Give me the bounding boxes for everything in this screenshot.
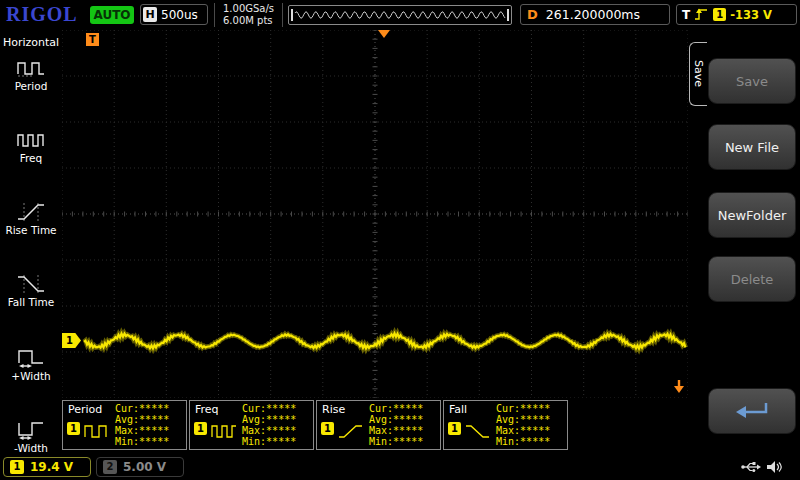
trigger-source-badge: 1	[713, 8, 726, 21]
period-icon	[16, 57, 46, 79]
left-measure-sidebar: Horizontal Period Freq Rise Time	[0, 30, 62, 455]
waveform-position-indicator[interactable]	[288, 5, 512, 25]
channel1-scale: 19.4 V	[30, 460, 73, 474]
fall-measure-icon	[465, 423, 491, 440]
memory-waveform-icon	[289, 6, 511, 24]
delay-box: D 261.200000ms	[520, 4, 670, 25]
channel-badge: 1	[321, 422, 334, 435]
sidebar-item-freq[interactable]: Freq	[0, 129, 62, 193]
sidebar-item-period[interactable]: Period	[0, 57, 62, 121]
channel2-badge: 2	[103, 460, 117, 474]
sample-rate: 1.00GSa/s	[223, 3, 274, 15]
freq-icon	[16, 129, 46, 151]
timebase-value: 500us	[161, 8, 198, 22]
rise-measure-icon	[338, 423, 364, 440]
channel-badge: 1	[194, 422, 207, 435]
delay-label: D	[527, 7, 538, 22]
horizontal-timebase-box: H 500us	[140, 4, 208, 25]
menu-tab-save: Save	[689, 42, 707, 106]
trigger-position-corner-marker: T	[86, 33, 99, 46]
sidebar-item-fall-time[interactable]: Fall Time	[0, 273, 62, 337]
measurement-values: Cur:***** Avg:***** Max:***** Min:*****	[496, 403, 550, 447]
trigger-label: T	[682, 8, 690, 22]
channel1-badge: 1	[10, 460, 24, 474]
measurement-values: Cur:***** Avg:***** Max:***** Min:*****	[242, 403, 296, 447]
measurement-panels: Period 1 Cur:***** Avg:***** Max:***** M…	[62, 400, 568, 450]
usb-icon	[740, 460, 762, 474]
channel-badge: 1	[67, 422, 80, 435]
freq-measure-icon	[211, 423, 237, 440]
memory-depth: 6.00M pts	[223, 15, 274, 27]
period-measure-icon	[84, 423, 110, 440]
oscilloscope-screen: RIGOL AUTO H 500us 1.00GSa/s 6.00M pts D…	[0, 0, 800, 480]
channel1-status[interactable]: 1 19.4 V	[3, 457, 91, 477]
rigol-logo: RIGOL	[6, 3, 78, 26]
measurement-values: Cur:***** Avg:***** Max:***** Min:*****	[115, 403, 169, 447]
delete-button[interactable]: Delete	[708, 256, 796, 302]
sidebar-title: Horizontal	[0, 30, 62, 49]
horizontal-label: H	[143, 7, 157, 22]
rise-time-icon	[16, 201, 46, 223]
channel2-status[interactable]: 2 5.00 V	[96, 457, 184, 477]
measurement-panel-freq: Freq 1 Cur:***** Avg:***** Max:***** Min…	[189, 400, 314, 450]
fall-time-icon	[16, 273, 46, 295]
trigger-level-value: -133 V	[730, 8, 772, 22]
bottom-status-bar: 1 19.4 V 2 5.00 V	[0, 455, 800, 480]
acquisition-info: 1.00GSa/s 6.00M pts	[214, 3, 283, 27]
sidebar-item-rise-time[interactable]: Rise Time	[0, 201, 62, 265]
measurement-panel-rise: Rise 1 Cur:***** Avg:***** Max:***** Min…	[316, 400, 441, 450]
measurement-panel-fall: Fall 1 Cur:***** Avg:***** Max:***** Min…	[443, 400, 568, 450]
save-button[interactable]: Save	[708, 58, 796, 104]
trigger-slope-icon	[694, 7, 709, 22]
measurement-values: Cur:***** Avg:***** Max:***** Min:*****	[369, 403, 423, 447]
run-status-badge: AUTO	[90, 6, 134, 24]
top-status-bar: RIGOL AUTO H 500us 1.00GSa/s 6.00M pts D…	[0, 0, 800, 30]
minus-width-icon	[16, 417, 46, 441]
trigger-position-marker	[378, 30, 390, 38]
plus-width-icon	[16, 345, 46, 369]
speaker-icon	[766, 460, 784, 474]
trigger-info-box: T 1 -133 V	[676, 4, 797, 25]
graticule-and-trace	[62, 30, 688, 398]
trigger-level-arrow-icon	[673, 379, 685, 393]
measurement-panel-period: Period 1 Cur:***** Avg:***** Max:***** M…	[62, 400, 187, 450]
right-soft-menu: Save Save New File NewFolder Delete	[688, 30, 800, 455]
new-file-button[interactable]: New File	[708, 124, 796, 170]
channel2-scale: 5.00 V	[123, 460, 166, 474]
return-arrow-icon	[732, 398, 772, 424]
delay-value: 261.200000ms	[546, 7, 640, 22]
waveform-display-area: T 1	[62, 30, 688, 398]
sidebar-item-plus-width[interactable]: +Width	[0, 345, 62, 409]
new-folder-button[interactable]: NewFolder	[708, 192, 796, 238]
channel-badge: 1	[448, 422, 461, 435]
back-button[interactable]	[708, 388, 796, 434]
